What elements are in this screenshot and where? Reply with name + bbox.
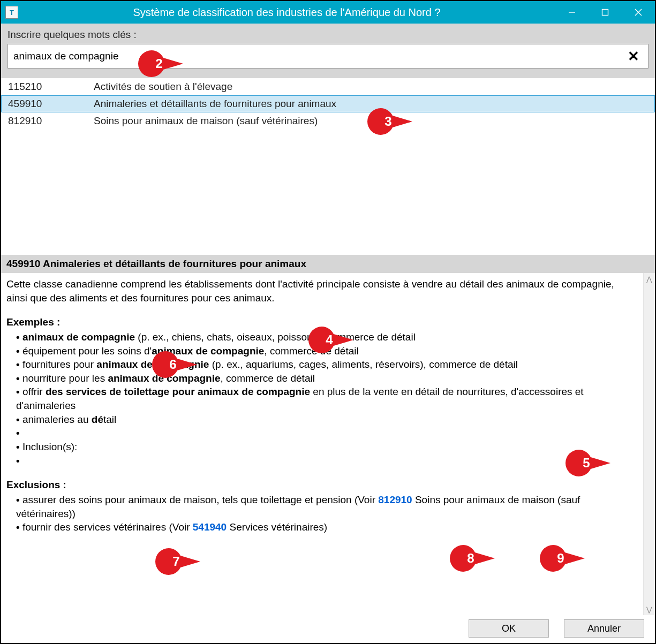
search-area: Inscrire quelques mots clés : ✕ [1,24,655,78]
scroll-up-icon[interactable]: ⋀ [644,273,655,285]
result-label: Animaleries et détaillants de fourniture… [94,98,336,110]
result-row[interactable]: 459910Animaleries et détaillants de four… [1,95,655,112]
clear-search-icon[interactable]: ✕ [624,48,643,65]
exclusions-heading: Exclusions : [6,478,638,492]
result-row[interactable]: 115210Activités de soutien à l'élevage [1,78,655,95]
detail-panel: Cette classe canadienne comprend les éta… [1,273,655,615]
result-label: Soins pour animaux de maison (sauf vétér… [94,115,318,127]
scrollbar[interactable]: ⋀ ⋁ [643,273,655,615]
example-item: fournitures pour animaux de compagnie (p… [16,358,638,372]
example-item: équipement pour les soins d'animaux de c… [16,344,638,358]
window-buttons [555,1,655,24]
titlebar: T Système de classification des industri… [1,1,655,24]
example-item [16,426,638,440]
result-code: 115210 [8,81,94,93]
examples-heading: Exemples : [6,315,638,329]
exclusions-list: assurer des soins pour animaux de maison… [6,493,638,534]
cancel-button[interactable]: Annuler [564,619,644,638]
examples-list: animaux de compagnie (p. ex., chiens, ch… [6,330,638,467]
maximize-button[interactable] [589,1,622,24]
result-code: 812910 [8,115,94,127]
example-item: offrir des services de toilettage pour a… [16,385,638,412]
results-list: 115210Activités de soutien à l'élevage45… [1,78,655,255]
exclusion-item: fournir des services vétérinaires (Voir … [16,520,638,534]
search-box: ✕ [7,44,649,69]
detail-header: 459910 Animaleries et détaillants de fou… [1,255,655,273]
app-icon: T [5,6,18,19]
svg-rect-1 [602,10,608,16]
example-item [16,454,638,468]
example-item: animaux de compagnie (p. ex., chiens, ch… [16,330,638,344]
search-input[interactable] [13,50,624,62]
example-item: Inclusion(s): [16,440,638,454]
button-bar: OK Annuler [1,615,655,643]
exclusion-item: assurer des soins pour animaux de maison… [16,493,638,520]
close-button[interactable] [622,1,655,24]
window-root: T Système de classification des industri… [1,1,655,643]
result-row[interactable]: 812910Soins pour animaux de maison (sauf… [1,112,655,130]
scroll-track[interactable] [644,285,655,603]
example-item: animaleries au détail [16,413,638,427]
minimize-button[interactable] [555,1,589,24]
result-code: 459910 [8,98,94,110]
example-item: nourriture pour les animaux de compagnie… [16,372,638,385]
result-label: Activités de soutien à l'élevage [94,81,232,93]
search-label: Inscrire quelques mots clés : [7,29,649,41]
detail-body: Cette classe canadienne comprend les éta… [1,273,643,615]
ok-button[interactable]: OK [469,619,549,638]
window-title: Système de classification des industries… [18,6,555,19]
scroll-down-icon[interactable]: ⋁ [644,603,655,615]
detail-intro: Cette classe canadienne comprend les éta… [6,277,638,305]
